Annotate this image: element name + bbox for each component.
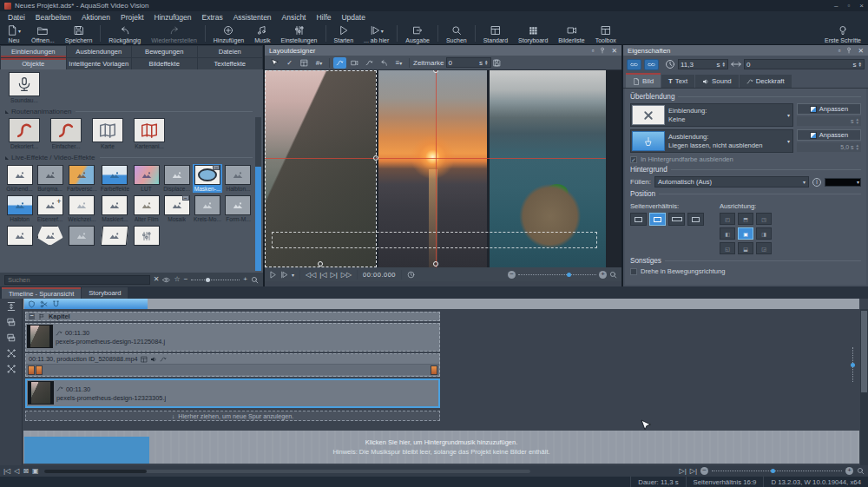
effect-row3-1[interactable] (5, 225, 34, 247)
align-middle-left-button[interactable]: ◧ (720, 227, 735, 240)
raster-tool-button[interactable]: #▾ (312, 57, 326, 69)
align-top-center-button[interactable]: ⬒ (738, 213, 753, 225)
effect-gluehend[interactable]: Glühend... (5, 164, 34, 193)
offset-spinbox[interactable]: 0 s ▲▼ (744, 59, 865, 69)
aspect-stretch-button[interactable] (668, 213, 685, 226)
menu-update[interactable]: Update (336, 11, 370, 23)
play-from-here-icon[interactable] (280, 271, 288, 279)
tab-timeline-spuransicht[interactable]: Timeline - Spuransicht (2, 287, 81, 299)
align-middle-right-button[interactable]: ◨ (756, 227, 772, 240)
first-steps-button[interactable]: Erste Schritte (819, 23, 866, 44)
timeline-zoom-slider[interactable] (712, 471, 842, 473)
rotate-in-motion-checkbox[interactable]: Drehe in Bewegungsrichtung (630, 267, 861, 275)
snap-tool-button[interactable]: ✓ (283, 57, 296, 69)
menu-bearbeiten[interactable]: Bearbeiten (30, 11, 76, 23)
tab-einblendungen[interactable]: Einblendungen (1, 46, 66, 57)
close-panel-icon[interactable]: ✕ (611, 47, 617, 55)
effect-kreis-mosaik[interactable]: Kreis-Mo... (193, 194, 222, 223)
tab-objekte[interactable]: Objekte (1, 58, 66, 69)
aspect-crop-button[interactable] (687, 213, 704, 226)
effect-lut[interactable]: LUT (132, 164, 161, 193)
maximize-button[interactable]: ▫ (847, 2, 850, 10)
start-playback-button[interactable]: Starten (329, 23, 359, 44)
shield-icon[interactable] (28, 300, 36, 308)
checkbox-box[interactable] (630, 268, 637, 275)
pin-icon[interactable] (599, 47, 606, 54)
effect-row3-4[interactable] (100, 225, 130, 247)
tab-intelligente-vorlagen[interactable]: Intelligente Vorlagen (67, 58, 132, 69)
aspect-keep-button[interactable] (649, 213, 666, 226)
timeline-tracks[interactable]: − Kapitel 00:11.30 pexels-prometheus-des… (23, 309, 859, 432)
float-panel-icon[interactable]: ▫ (592, 47, 595, 55)
eye-icon[interactable] (162, 276, 170, 284)
skip-back-icon[interactable]: ◁◁ (306, 271, 316, 279)
close-button[interactable]: × (859, 2, 864, 10)
resize-handle[interactable] (433, 261, 438, 267)
image-list-button[interactable]: Bilderliste (553, 23, 589, 44)
magnifier-icon[interactable] (251, 276, 259, 284)
resize-handle[interactable] (373, 155, 378, 161)
timeline-item-video[interactable]: 00:11.30, production ID_5208988.mp4 (25, 353, 440, 377)
fade-out-adjust-button[interactable]: Anpassen (797, 129, 861, 141)
menu-hinzufuegen[interactable]: Hinzufügen (149, 11, 197, 23)
fade-in-select[interactable]: Einblendung: Keine ▾ (630, 103, 793, 127)
new-button[interactable]: ▾ Neu (2, 23, 26, 44)
clear-search-icon[interactable]: ✕ (154, 276, 160, 283)
save-keyframe-icon[interactable] (493, 59, 501, 67)
redo-button[interactable]: Wiederherstellen (146, 23, 202, 44)
tab-sound[interactable]: Sound (695, 75, 739, 88)
sound-wizard-item[interactable]: Soundau... (5, 72, 43, 103)
track-height-icon[interactable] (6, 301, 16, 312)
tab-text[interactable]: TText (661, 75, 694, 88)
effect-halbton-1[interactable]: Halbton... (224, 164, 253, 193)
effect-farbeffekte[interactable]: Farbeffekte (100, 164, 130, 193)
fill-mode-select[interactable]: Automatisch (Aus) ▾ (654, 176, 809, 188)
timeline-horizontal-scrollbar[interactable] (44, 470, 530, 473)
checkbox-box[interactable]: ✓ (630, 156, 637, 163)
select-tool-button[interactable] (268, 57, 281, 69)
next-frame-icon[interactable]: ▷| (331, 271, 338, 279)
effect-halbton-2[interactable]: Halbton (5, 194, 34, 223)
float-panel-icon[interactable]: ▫ (838, 47, 841, 55)
text-align-button[interactable]: ≡▾ (392, 57, 405, 69)
distribute-objects-icon[interactable] (6, 364, 16, 374)
undo-button[interactable]: Rückgängig (103, 23, 146, 44)
aspect-original-button[interactable] (630, 213, 647, 226)
tab-texteffekte[interactable]: Texteffekte (198, 58, 263, 69)
fade-in-adjust-button[interactable]: Anpassen (797, 103, 861, 115)
magnifier-icon[interactable] (857, 467, 865, 475)
effect-mosaik[interactable]: −Mosaik (162, 194, 191, 223)
skip-forward-icon[interactable]: ▷▷ (341, 271, 352, 279)
effect-maskiert[interactable]: Maskiert... (100, 194, 130, 223)
zoom-out-icon[interactable]: − (184, 276, 188, 283)
curve-hard-button[interactable] (378, 57, 391, 69)
add-track-icon[interactable] (6, 317, 16, 327)
spinner-arrows[interactable]: ▲▼ (484, 60, 488, 66)
effect-eisenreflex[interactable]: +Eisenref... (36, 194, 64, 223)
fade-out-select[interactable]: Ausblendung: Liegen lassen, nicht ausble… (630, 129, 793, 153)
align-bottom-right-button[interactable]: ◲ (756, 242, 772, 254)
menu-extras[interactable]: Extras (197, 11, 228, 23)
menu-datei[interactable]: Datei (3, 11, 30, 23)
favorite-star-icon[interactable]: ☆ (174, 276, 180, 283)
timeline-vertical-scrollbar[interactable] (860, 309, 868, 465)
canvas-zoom-slider[interactable] (518, 274, 596, 277)
route-item-einfacher[interactable]: Einfacher... (47, 118, 85, 149)
close-panel-icon[interactable]: ✕ (858, 47, 864, 55)
align-bottom-left-button[interactable]: ◱ (720, 242, 735, 254)
save-button[interactable]: Speichern (60, 23, 98, 44)
collapse-chapter-icon[interactable]: − (29, 313, 35, 319)
align-center-button[interactable]: ▣ (738, 227, 753, 240)
grid-tool-button[interactable] (298, 57, 311, 69)
skip-next-icon[interactable]: ▷| (690, 467, 697, 475)
tab-bildeffekte[interactable]: Bildeffekte (132, 58, 197, 69)
prev-frame-icon[interactable]: |◁ (319, 271, 326, 279)
resize-handle[interactable] (318, 261, 323, 267)
align-top-right-button[interactable]: ◳ (756, 213, 772, 225)
chapter-duration-bar[interactable] (24, 299, 148, 309)
menu-assistenten[interactable]: Assistenten (228, 11, 277, 23)
curve-soft-button[interactable] (363, 57, 376, 69)
effect-weichzeichner[interactable]: Weichzei... (66, 194, 98, 223)
motion-path-button[interactable] (333, 57, 346, 69)
timeline-zoom-out-button[interactable]: − (700, 467, 708, 475)
